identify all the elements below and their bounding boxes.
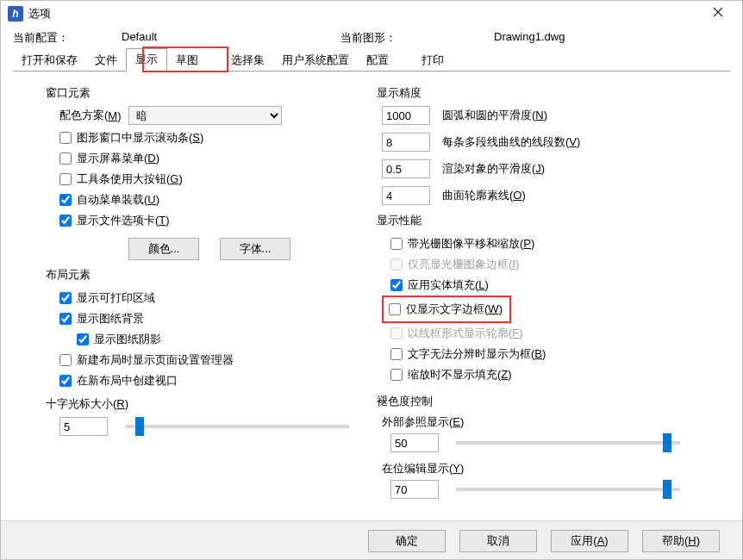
- ok-button[interactable]: 确定: [368, 530, 446, 552]
- cb-raster-frame: 仅亮显光栅图象边框(I): [390, 254, 730, 275]
- render-smooth-input[interactable]: [382, 159, 430, 178]
- app-icon: h: [8, 6, 23, 22]
- tab-draft[interactable]: 草图: [167, 50, 207, 72]
- tab-config[interactable]: 配置: [358, 50, 397, 72]
- header-row: 当前配置： Default 当前图形： Drawing1.dwg: [1, 27, 742, 51]
- inplace-label: 在位编辑显示(Y): [382, 461, 730, 476]
- cb-auto-menu[interactable]: 自动菜单装载(U): [59, 190, 366, 210]
- cb-pan-raster[interactable]: 带光栅图像平移和缩放(P): [390, 233, 730, 254]
- fade-label: 褪色度控制: [377, 394, 730, 409]
- tab-open-save[interactable]: 打开和保存: [13, 50, 86, 72]
- cancel-button[interactable]: 取消: [459, 530, 537, 552]
- tab-display[interactable]: 显示: [126, 48, 167, 72]
- layout-elements-label: 布局元素: [46, 267, 366, 283]
- close-button[interactable]: [701, 2, 735, 26]
- cb-zoom-fill[interactable]: 缩放时不显示填充(Z): [390, 364, 730, 385]
- cb-file-tabs[interactable]: 显示文件选项卡(T): [59, 210, 366, 231]
- arc-smooth-input[interactable]: [382, 106, 430, 125]
- cb-layout-mgr[interactable]: 新建布局时显示页面设置管理器: [59, 350, 366, 370]
- tab-user[interactable]: 用户系统配置: [273, 50, 358, 72]
- right-column: 显示精度 圆弧和圆的平滑度(N) 每条多段线曲线的线段数(V) 渲染对象的平滑度…: [377, 80, 730, 499]
- help-button[interactable]: 帮助(H): [642, 530, 720, 552]
- config-value: Default: [122, 30, 340, 46]
- tab-selection[interactable]: 选择集: [222, 50, 273, 72]
- fonts-button[interactable]: 字体...: [220, 238, 290, 260]
- surface-contour-label: 曲面轮廓素线(O): [442, 188, 526, 203]
- tab-print[interactable]: 打印: [413, 50, 453, 72]
- cb-text-frame[interactable]: 仅显示文字边框(W): [389, 299, 503, 320]
- color-scheme-select[interactable]: 暗: [128, 106, 282, 125]
- polyline-seg-label: 每条多段线曲线的线段数(V): [442, 134, 580, 150]
- crosshair-input[interactable]: [59, 417, 108, 436]
- tab-file[interactable]: 文件: [86, 50, 126, 72]
- cb-layout-shadow[interactable]: 显示图纸阴影: [77, 329, 366, 350]
- close-icon: [713, 7, 723, 17]
- cb-layout-bg[interactable]: 显示图纸背景: [59, 308, 366, 329]
- cb-scrollbar[interactable]: 图形窗口中显示滚动条(S): [59, 128, 366, 148]
- crosshair-slider[interactable]: [125, 425, 349, 428]
- cb-wire-frame: 以线框形式显示轮廓(F): [390, 323, 730, 344]
- precision-label: 显示精度: [377, 85, 730, 101]
- config-label: 当前配置：: [13, 30, 122, 46]
- highlight-text-frame: 仅显示文字边框(W): [382, 296, 511, 323]
- apply-button[interactable]: 应用(A): [551, 530, 628, 552]
- cb-layout-print[interactable]: 显示可打印区域: [59, 288, 366, 308]
- drawing-value: Drawing1.dwg: [494, 30, 713, 46]
- colors-button[interactable]: 颜色...: [128, 238, 199, 260]
- surface-contour-input[interactable]: [382, 186, 430, 205]
- xref-label: 外部参照显示(E): [382, 414, 730, 430]
- cb-screen-menu[interactable]: 显示屏幕菜单(D): [59, 148, 366, 169]
- polyline-seg-input[interactable]: [382, 133, 430, 152]
- inplace-slider[interactable]: [456, 488, 680, 491]
- crosshair-label: 十字光标大小(R): [46, 396, 366, 412]
- xref-slider[interactable]: [456, 441, 680, 445]
- cb-solid-fill[interactable]: 应用实体填充(L): [390, 275, 730, 296]
- color-scheme-label: 配色方案(M): [59, 108, 122, 123]
- tabs: 打开和保存 文件 显示 草图 选择集 用户系统配置 配置 打印: [13, 51, 730, 72]
- window-elements-label: 窗口元素: [46, 85, 366, 101]
- arc-smooth-label: 圆弧和圆的平滑度(N): [442, 108, 547, 123]
- cb-large-buttons[interactable]: 工具条使用大按钮(G): [59, 169, 366, 190]
- cb-text-box[interactable]: 文字无法分辨时显示为框(B): [390, 344, 730, 364]
- cb-layout-vp[interactable]: 在新布局中创建视口: [59, 370, 366, 391]
- render-smooth-label: 渲染对象的平滑度(J): [442, 161, 545, 177]
- footer: 确定 取消 应用(A) 帮助(H): [1, 520, 742, 559]
- inplace-input[interactable]: [390, 480, 439, 499]
- perf-label: 显示性能: [377, 213, 730, 228]
- xref-input[interactable]: [390, 433, 439, 452]
- window-title: 选项: [28, 6, 701, 22]
- left-column: 窗口元素 配色方案(M) 暗 图形窗口中显示滚动条(S) 显示屏幕菜单(D) 工…: [13, 80, 366, 499]
- drawing-label: 当前图形：: [340, 30, 494, 46]
